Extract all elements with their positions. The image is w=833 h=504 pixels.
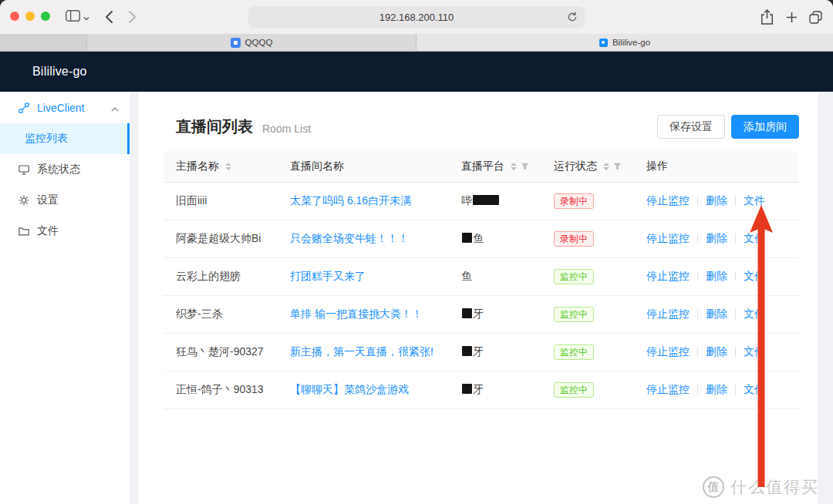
status-badge: 监控中 <box>554 382 594 398</box>
tab-label: QQQQ <box>245 38 273 47</box>
status-badge: 监控中 <box>554 269 594 284</box>
share-icon <box>760 9 774 25</box>
redaction-box <box>462 384 472 394</box>
filter-funnel-icon[interactable] <box>613 163 622 171</box>
col-anchor-name: 主播名称 <box>176 160 219 173</box>
table-row: 狂鸟丶楚河-90327 新主播，第一天直播，很紧张! 牙 监控中 停止监控删除文… <box>164 334 799 371</box>
table-row: 正恒-鸽子丶90313 【聊聊天】菜鸽沙盒游戏 牙 监控中 停止监控删除文件 <box>164 371 799 409</box>
file-link[interactable]: 文件 <box>744 270 765 282</box>
filter-funnel-icon[interactable] <box>521 163 529 171</box>
content-card: 直播间列表 Room List 保存设置 添加房间 主播名称 <box>139 92 818 504</box>
room-link[interactable]: 新主播，第一天直播，很紧张! <box>290 345 433 358</box>
reload-icon[interactable] <box>567 12 578 25</box>
platform-cell: 牙 <box>449 296 541 334</box>
divider <box>697 271 698 281</box>
file-link[interactable]: 文件 <box>744 232 765 244</box>
delete-link[interactable]: 删除 <box>706 194 727 207</box>
add-room-button[interactable]: 添加房间 <box>731 115 799 139</box>
status-badge: 录制中 <box>554 231 594 247</box>
fullscreen-window-button[interactable] <box>41 12 50 21</box>
stop-monitor-link[interactable]: 停止监控 <box>646 307 690 320</box>
delete-link[interactable]: 删除 <box>706 270 727 282</box>
sidebar-item-monitor-list[interactable]: 监控列表 <box>0 123 130 154</box>
stop-monitor-link[interactable]: 停止监控 <box>646 232 690 244</box>
stop-monitor-link[interactable]: 停止监控 <box>646 270 690 282</box>
tab-label: Bililive-go <box>612 38 650 47</box>
file-link[interactable]: 文件 <box>744 194 765 207</box>
chevron-down-icon <box>83 12 89 23</box>
sidebar-item-label: 设置 <box>37 193 59 207</box>
sidebar-toggle-button[interactable] <box>59 8 96 26</box>
delete-link[interactable]: 删除 <box>706 345 727 358</box>
divider <box>735 309 736 319</box>
tab-bililive-go[interactable]: Bililive-go <box>416 34 833 51</box>
file-link[interactable]: 文件 <box>744 307 765 320</box>
forward-button[interactable] <box>123 9 140 25</box>
anchor-name: 旧面iiii <box>164 183 278 220</box>
file-link[interactable]: 文件 <box>744 345 765 358</box>
room-link[interactable]: 单排 输一把直接挑大粪！！ <box>290 307 423 320</box>
sort-control[interactable] <box>603 163 609 170</box>
room-link[interactable]: 【聊聊天】菜鸽沙盒游戏 <box>290 383 409 395</box>
back-button[interactable] <box>100 9 117 25</box>
browser-toolbar: 192.168.200.110 <box>0 0 833 34</box>
api-icon <box>19 102 29 113</box>
delete-link[interactable]: 删除 <box>706 383 727 395</box>
delete-link[interactable]: 删除 <box>706 232 727 244</box>
sort-control[interactable] <box>225 163 231 170</box>
close-window-button[interactable] <box>10 12 19 21</box>
redaction-box <box>462 308 472 318</box>
room-link[interactable]: 打团糕手又来了 <box>290 270 366 282</box>
table-row: 织梦-三杀 单排 输一把直接挑大粪！！ 牙 监控中 停止监控删除文件 <box>164 296 799 334</box>
delete-link[interactable]: 删除 <box>706 307 727 320</box>
new-tab-button[interactable] <box>782 8 801 25</box>
divider <box>697 234 698 244</box>
col-room-name: 直播间名称 <box>290 160 344 173</box>
platform-cell: 牙 <box>449 334 541 371</box>
stop-monitor-link[interactable]: 停止监控 <box>646 383 690 395</box>
redaction-box <box>462 346 472 356</box>
sidebar-item-label: 监控列表 <box>25 132 68 146</box>
tab-overview-icon <box>809 11 822 24</box>
table-row: 旧面iiii 太菜了呜呜 6.16白开未满 哔 录制中 停止监控删除文件 <box>164 183 799 220</box>
anchor-name: 正恒-鸽子丶90313 <box>164 371 278 409</box>
url-bar[interactable]: 192.168.200.110 <box>248 6 585 28</box>
sidebar-group-label: LiveClient <box>37 102 103 114</box>
sort-control[interactable] <box>511 163 517 170</box>
room-link[interactable]: 只会赌全场变牛蛙！！！ <box>290 232 409 244</box>
sidebar-item-system-status[interactable]: 系统状态 <box>0 154 130 185</box>
redaction-box <box>462 233 472 243</box>
sidebar-item-settings[interactable]: 设置 <box>0 185 130 216</box>
minimize-window-button[interactable] <box>25 12 35 21</box>
divider <box>735 385 736 395</box>
page-subtitle: Room List <box>262 119 311 135</box>
tab-qqqq[interactable]: QQQQ <box>87 34 416 51</box>
divider <box>697 347 698 357</box>
status-badge: 监控中 <box>554 344 594 360</box>
room-table: 主播名称 直播间名称 直播平台 <box>164 151 799 409</box>
room-link[interactable]: 太菜了呜呜 6.16白开未满 <box>290 194 411 207</box>
table-row: 云彩上的翅膀 打团糕手又来了 鱼 监控中 停止监控删除文件 <box>164 258 799 296</box>
sidebar: LiveClient 监控列表 系统状态 设置 <box>0 92 130 504</box>
save-settings-button[interactable]: 保存设置 <box>657 115 725 139</box>
stop-monitor-link[interactable]: 停止监控 <box>646 345 690 358</box>
tab-bar-stub <box>0 34 87 51</box>
page-head: 直播间列表 Room List 保存设置 添加房间 <box>164 92 799 151</box>
divider <box>697 309 698 319</box>
sidebar-item-files[interactable]: 文件 <box>0 216 130 247</box>
file-link[interactable]: 文件 <box>744 383 765 395</box>
status-badge: 录制中 <box>554 193 594 209</box>
url-text: 192.168.200.110 <box>379 12 454 23</box>
divider <box>697 196 698 206</box>
share-button[interactable] <box>757 8 776 25</box>
col-platform: 直播平台 <box>461 160 504 173</box>
gear-icon <box>19 195 29 206</box>
stop-monitor-link[interactable]: 停止监控 <box>646 194 690 207</box>
sidebar-item-liveclient[interactable]: LiveClient <box>0 92 130 123</box>
chevron-left-icon <box>105 10 113 24</box>
platform-cell: 鱼 <box>449 258 541 296</box>
divider <box>735 271 736 281</box>
platform-cell: 哔 <box>449 183 541 220</box>
page-actions: 保存设置 添加房间 <box>657 115 799 139</box>
tab-overview-button[interactable] <box>806 8 825 25</box>
